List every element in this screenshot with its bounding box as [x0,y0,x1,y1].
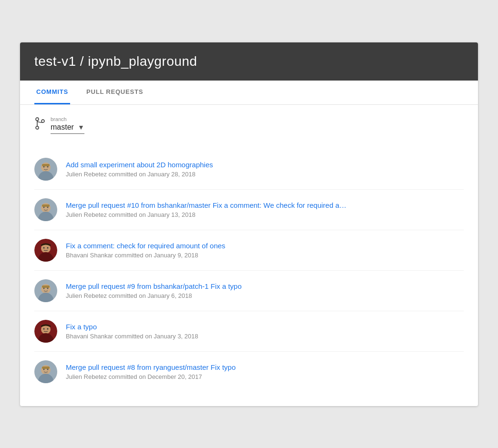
commit-meta: Julien Rebetez committed on January 6, 2… [66,292,242,299]
tab-bar: COMMITS PULL REQUESTS [20,81,478,105]
commit-info: Merge pull request #9 from bshankar/patc… [66,282,242,299]
commit-message[interactable]: Merge pull request #10 from bshankar/mas… [66,201,346,209]
branch-label: branch [51,116,84,122]
page-header: test-v1 / ipynb_playground [20,42,478,81]
commit-item: Fix a comment: check for required amount… [34,230,464,271]
avatar [34,320,57,343]
avatar [34,279,57,302]
branch-dropdown[interactable]: master ▼ [51,123,84,134]
chevron-down-icon: ▼ [78,123,84,131]
commit-meta: Bhavani Shankar committed on January 3, … [66,333,198,340]
commit-info: Add small experiment about 2D homographi… [66,161,213,178]
avatar [34,198,57,221]
branch-selector: branch master ▼ [34,116,464,134]
commit-meta: Julien Rebetez committed on December 20,… [66,373,236,380]
svg-point-0 [36,118,39,121]
main-card: test-v1 / ipynb_playground COMMITS PULL … [20,42,478,406]
svg-rect-15 [42,204,50,207]
content-area: branch master ▼ Add small experiment abo… [20,105,478,406]
svg-rect-26 [42,285,50,288]
commit-info: Merge pull request #8 from ryanguest/mas… [66,363,236,380]
commit-message[interactable]: Merge pull request #9 from bshankar/patc… [66,282,242,290]
svg-point-30 [43,328,45,329]
svg-point-1 [36,126,39,129]
commit-message[interactable]: Fix a comment: check for required amount… [66,242,225,250]
svg-point-31 [47,328,49,329]
tab-commits[interactable]: COMMITS [34,81,70,104]
branch-icon [34,117,46,133]
commit-message[interactable]: Fix a typo [66,323,198,331]
commit-item: Add small experiment about 2D homographi… [34,149,464,190]
commits-list: Add small experiment about 2D homographi… [34,149,464,392]
commit-item: Merge pull request #8 from ryanguest/mas… [34,352,464,392]
avatar [34,158,57,181]
commit-item: Merge pull request #10 from bshankar/mas… [34,190,464,230]
tab-pull-requests[interactable]: PULL REQUESTS [84,81,145,104]
commit-meta: Bhavani Shankar committed on January 9, … [66,252,225,259]
commit-info: Fix a typoBhavani Shankar committed on J… [66,323,198,340]
commit-info: Fix a comment: check for required amount… [66,242,225,259]
commit-message[interactable]: Merge pull request #8 from ryanguest/mas… [66,363,236,371]
avatar [34,360,57,383]
commit-meta: Julien Rebetez committed on January 28, … [66,171,213,178]
page-title: test-v1 / ipynb_playground [34,54,464,69]
commit-info: Merge pull request #10 from bshankar/mas… [66,201,346,218]
svg-rect-37 [42,367,50,369]
commit-item: Fix a typoBhavani Shankar committed on J… [34,311,464,352]
svg-point-20 [47,247,49,248]
commit-meta: Julien Rebetez committed on January 13, … [66,211,346,218]
avatar [34,239,57,262]
svg-rect-9 [42,164,50,166]
branch-name: master [51,123,74,132]
commit-message[interactable]: Add small experiment about 2D homographi… [66,161,213,169]
svg-point-19 [43,247,45,248]
branch-label-group: branch master ▼ [51,116,84,134]
commit-item: Merge pull request #9 from bshankar/patc… [34,271,464,311]
